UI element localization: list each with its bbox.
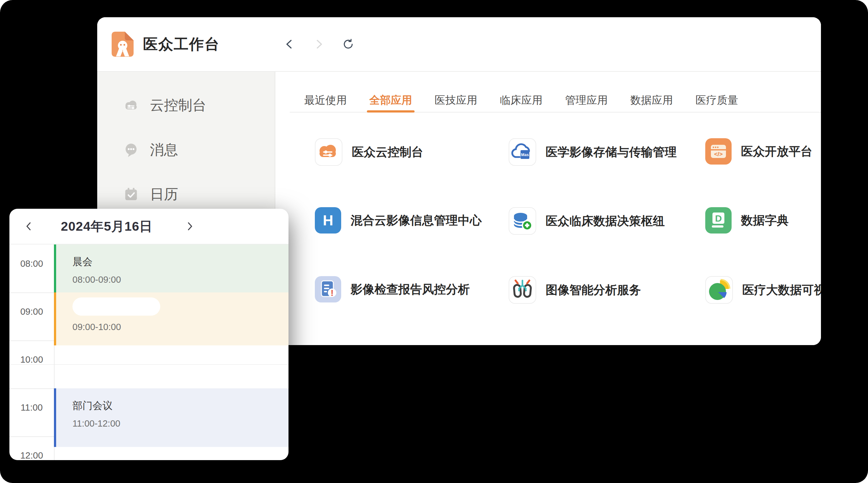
refresh-icon [342, 38, 354, 50]
app-label: 医学影像存储与传输管理 [546, 144, 677, 160]
sidebar-item-label: 消息 [150, 140, 178, 159]
time-label: 08:00 [9, 259, 54, 269]
green-dictionary-icon: D [705, 207, 732, 233]
event-title: 晨会 [72, 255, 288, 269]
app-label: 影像检查报告风控分析 [350, 282, 470, 297]
nav-refresh-button[interactable] [341, 37, 355, 51]
app-label: 医疗大数据可视化 [742, 282, 821, 298]
app-report-risk-analysis[interactable]: ! 影像检查报告风控分析 [315, 276, 508, 302]
event-time: 11:00-12:00 [72, 418, 288, 429]
sidebar-item-cloud-console[interactable]: 云控制台 [97, 91, 275, 120]
orange-cloud-sliders-icon [315, 138, 342, 166]
message-bubble-icon [124, 142, 138, 157]
app-label: 图像智能分析服务 [546, 282, 641, 298]
tab-clinical-apps[interactable]: 临床应用 [500, 89, 542, 112]
app-image-ai-service[interactable]: 图像智能分析服务 [508, 276, 705, 304]
tab-medtech-apps[interactable]: 医技应用 [435, 89, 477, 112]
app-big-data-visualization[interactable]: 医疗大数据可视化 [705, 276, 821, 304]
app-logo-icon [112, 32, 133, 57]
app-data-dictionary[interactable]: D 数据字典 [705, 207, 821, 233]
app-title: 医众工作台 [143, 34, 220, 54]
sidebar-item-messages[interactable]: 消息 [97, 136, 275, 164]
browser-nav [283, 37, 355, 51]
content-area: 最近使用 全部应用 医技应用 临床应用 管理应用 数据应用 医疗质量 [275, 72, 821, 345]
calendar-prev-button[interactable] [23, 221, 34, 232]
window-header: 医众工作台 [97, 17, 821, 72]
app-label: 混合云影像信息管理中心 [350, 213, 482, 228]
app-open-platform[interactable]: </> 医众开放平台 [705, 138, 821, 165]
svg-text:!: ! [331, 288, 334, 298]
chevron-left-icon [283, 38, 296, 50]
time-label: 12:00 [9, 450, 54, 460]
desktop-background: 医众工作台 [0, 0, 868, 483]
lungs-analysis-icon [508, 276, 536, 304]
nav-back-button[interactable] [283, 37, 296, 51]
orange-code-window-icon: </> [705, 138, 732, 165]
report-warning-icon: ! [315, 276, 341, 302]
tab-recent[interactable]: 最近使用 [304, 89, 347, 112]
event-department-meeting[interactable]: 部门会议 11:00-12:00 [54, 388, 288, 447]
app-label: 医众开放平台 [741, 143, 812, 160]
app-label: 医众云控制台 [352, 144, 423, 160]
calendar-header: 2024年5月16日 [9, 209, 288, 245]
calendar-panel: 2024年5月16日 08:00 09:00 10:00 11:00 12:00… [9, 209, 288, 460]
blue-cloud-mas-icon: Mas [508, 138, 536, 166]
blue-h-icon: H [315, 207, 341, 233]
calendar-check-icon [124, 187, 138, 202]
event-time: 09:00-10:00 [72, 322, 288, 332]
event-time: 08:00-09:00 [72, 275, 288, 285]
event-title: 部门会议 [72, 399, 288, 413]
calendar-date: 2024年5月16日 [61, 218, 153, 235]
app-imaging-storage-mas[interactable]: Mas 医学影像存储与传输管理 [508, 138, 705, 166]
time-label: 10:00 [9, 354, 54, 365]
tab-quality[interactable]: 医疗质量 [695, 89, 738, 112]
redacted-event-title [72, 297, 160, 316]
event-redacted[interactable]: 09:00-10:00 [54, 292, 288, 345]
chevron-left-icon [24, 221, 34, 231]
svg-text:</>: </> [714, 151, 722, 157]
cloud-settings-icon [124, 98, 138, 113]
sidebar-item-label: 日历 [150, 185, 178, 204]
tab-bar: 最近使用 全部应用 医技应用 临床应用 管理应用 数据应用 医疗质量 [290, 89, 821, 112]
time-label: 11:00 [9, 402, 54, 413]
app-label: 医众临床数据决策枢纽 [546, 213, 665, 229]
app-grid: 医众云控制台 Mas 医学影像存储与传输管理 [290, 138, 821, 345]
tab-management-apps[interactable]: 管理应用 [565, 89, 608, 112]
svg-text:H: H [323, 212, 333, 228]
svg-text:Mas: Mas [521, 153, 529, 157]
app-clinical-data-hub[interactable]: 医众临床数据决策枢纽 [508, 207, 705, 235]
database-plus-icon [508, 207, 536, 235]
app-label: 数据字典 [741, 213, 789, 228]
svg-text:D: D [715, 213, 722, 223]
chevron-right-icon [313, 38, 325, 50]
tab-data-apps[interactable]: 数据应用 [630, 89, 673, 112]
chevron-right-icon [185, 221, 195, 231]
sidebar-item-label: 云控制台 [150, 96, 206, 115]
time-label: 09:00 [9, 307, 54, 317]
tab-all-apps[interactable]: 全部应用 [369, 89, 412, 112]
app-cloud-console[interactable]: 医众云控制台 [315, 138, 508, 166]
app-hybrid-imaging-center[interactable]: H 混合云影像信息管理中心 [315, 207, 508, 233]
sidebar-item-calendar[interactable]: 日历 [97, 180, 275, 208]
calendar-day-grid: 08:00 09:00 10:00 11:00 12:00 晨会 08:00-0… [9, 245, 288, 460]
calendar-next-button[interactable] [184, 221, 195, 232]
nav-forward-button[interactable] [312, 37, 326, 51]
pie-chart-icon [705, 276, 733, 304]
